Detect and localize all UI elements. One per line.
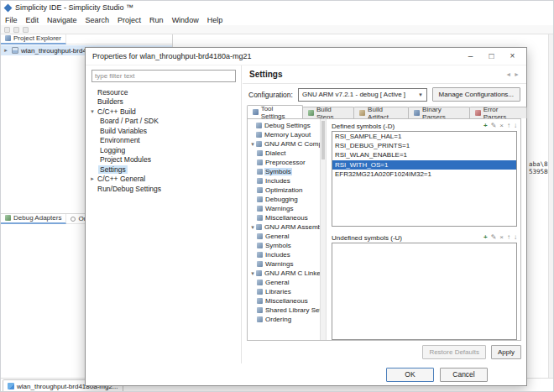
tree-scrollbar[interactable] (320, 119, 327, 340)
delete-symbol-icon[interactable] (499, 123, 504, 129)
tool-item-assembler[interactable]: GNU ARM Assembler (248, 222, 320, 232)
expander-icon[interactable] (89, 175, 96, 182)
tool-item-includes[interactable]: Includes (248, 176, 320, 186)
tool-item-link-general[interactable]: General (248, 278, 320, 287)
wrench-icon (257, 159, 263, 165)
menu-project[interactable]: Project (113, 16, 145, 24)
tab-error-parsers[interactable]: Error Parsers (469, 107, 527, 118)
tool-item-libraries[interactable]: Libraries (248, 287, 320, 296)
properties-nav-panel: Resource Builders C/C++ Build Board / Pa… (86, 65, 242, 363)
nav-item-cpp-general[interactable]: C/C++ General (86, 175, 241, 185)
tab-build-steps[interactable]: Build Steps (302, 107, 354, 118)
menu-run[interactable]: Run (145, 16, 168, 24)
scrollbar-thumb[interactable] (321, 121, 325, 159)
nav-forward-icon[interactable]: ► (514, 71, 520, 77)
tool-item-asm-includes[interactable]: Includes (248, 250, 320, 259)
nav-item-board-part-sdk[interactable]: Board / Part / SDK (86, 117, 241, 127)
edit-symbol-icon[interactable] (491, 234, 497, 241)
tool-item-preprocessor[interactable]: Preprocessor (248, 158, 320, 167)
assembler-icon (256, 224, 262, 230)
project-explorer-icon (5, 35, 11, 41)
tool-item-dialect[interactable]: Dialect (248, 149, 320, 158)
move-up-icon[interactable] (507, 234, 510, 241)
minimize-icon[interactable]: – (460, 48, 481, 65)
add-symbol-icon[interactable] (483, 123, 488, 129)
tool-item-shared-library[interactable]: Shared Library Settings (248, 306, 320, 315)
explorer-tab-row: Project Explorer (1, 34, 172, 44)
expander-icon[interactable] (249, 224, 256, 231)
tool-item-asm-warnings[interactable]: Warnings (248, 259, 320, 269)
nav-item-project-modules[interactable]: Project Modules (86, 155, 241, 165)
tool-item-warnings[interactable]: Warnings (248, 204, 320, 213)
manage-configurations-button[interactable]: Manage Configurations... (432, 87, 520, 102)
tab-tool-settings[interactable]: Tool Settings (247, 105, 303, 118)
delete-symbol-icon[interactable] (499, 234, 504, 241)
menu-window[interactable]: Window (168, 16, 203, 24)
nav-item-environment[interactable]: Environment (86, 136, 241, 146)
artifact-icon (359, 110, 365, 116)
move-up-icon[interactable] (507, 123, 510, 129)
toolbar-save-icon[interactable] (4, 27, 10, 33)
maximize-icon[interactable]: □ (481, 48, 502, 65)
configuration-select[interactable]: GNU ARM v7.2.1 - debug [ Active ] (298, 88, 427, 102)
tool-item-debug-settings[interactable]: Debug Settings (248, 121, 320, 130)
settings-page: Settings ◄ ► Configuration: GNU ARM v7.2… (243, 65, 526, 363)
linker-icon (256, 270, 262, 276)
menu-edit[interactable]: Edit (22, 16, 44, 24)
symbol-row-selected[interactable]: RSI_WITH_OS=1 (332, 160, 516, 170)
wrench-icon (257, 196, 263, 202)
move-down-icon[interactable] (514, 123, 517, 129)
symbol-row[interactable]: RSI_WLAN_ENABLE=1 (332, 150, 516, 159)
menu-navigate[interactable]: Navigate (43, 16, 81, 24)
tool-item-link-misc[interactable]: Miscellaneous (248, 296, 320, 306)
nav-item-cpp-build[interactable]: C/C++ Build (86, 107, 241, 117)
expander-icon[interactable] (89, 108, 96, 115)
configuration-label: Configuration: (248, 91, 293, 99)
close-icon[interactable]: × (502, 48, 523, 65)
restore-defaults-button[interactable]: Restore Defaults (422, 345, 486, 359)
nav-item-resource[interactable]: Resource (86, 87, 241, 97)
tool-item-c-linker[interactable]: GNU ARM C Linker (248, 269, 320, 278)
tool-settings-tree: Debug Settings Memory Layout GNU ARM C C… (248, 119, 320, 340)
tab-project-explorer[interactable]: Project Explorer (1, 34, 66, 44)
move-down-icon[interactable] (514, 234, 517, 241)
nav-item-builders[interactable]: Builders (86, 97, 241, 107)
symbol-row[interactable]: RSI_DEBUG_PRINTS=1 (332, 141, 516, 150)
defined-symbols-label: Defined symbols (-D) (332, 123, 395, 130)
tab-build-artifact[interactable]: Build Artifact (353, 107, 409, 118)
tab-binary-parsers[interactable]: Binary Parsers (408, 107, 470, 118)
toolbar-build-icon[interactable] (13, 27, 19, 33)
menu-file[interactable]: File (1, 16, 22, 24)
menu-search[interactable]: Search (81, 16, 114, 24)
symbol-row[interactable]: RSI_SAMPLE_HAL=1 (332, 132, 516, 141)
expander-icon[interactable] (249, 270, 256, 277)
tool-item-asm-symbols[interactable]: Symbols (248, 241, 320, 250)
nav-item-build-variables[interactable]: Build Variables (86, 126, 241, 136)
expander-icon[interactable] (3, 47, 9, 54)
tool-item-debugging[interactable]: Debugging (248, 195, 320, 204)
tool-item-asm-general[interactable]: General (248, 232, 320, 241)
tab-debug-adapters[interactable]: Debug Adapters (1, 214, 66, 224)
nav-item-settings[interactable]: Settings (86, 165, 241, 175)
symbol-row[interactable]: EFR32MG21A020F1024IM32=1 (332, 170, 516, 179)
add-symbol-icon[interactable] (483, 234, 488, 241)
edit-symbol-icon[interactable] (491, 123, 497, 129)
tool-item-ordering[interactable]: Ordering (248, 315, 320, 324)
tool-item-miscellaneous[interactable]: Miscellaneous (248, 213, 320, 222)
expander-icon[interactable] (249, 141, 256, 148)
nav-back-icon[interactable]: ◄ (505, 71, 511, 77)
apply-button[interactable]: Apply (491, 345, 521, 359)
ok-button[interactable]: OK (386, 368, 434, 382)
toolbar-debug-icon[interactable] (23, 27, 29, 33)
nav-item-logging[interactable]: Logging (86, 145, 241, 155)
tool-item-c-compiler[interactable]: GNU ARM C Compiler (248, 139, 320, 149)
cancel-button[interactable]: Cancel (440, 368, 488, 382)
nav-item-run-debug-settings[interactable]: Run/Debug Settings (86, 184, 241, 194)
tool-item-symbols[interactable]: Symbols (248, 167, 320, 176)
tool-item-optimization[interactable]: Optimization (248, 186, 320, 195)
defined-symbols-toolbar (483, 123, 517, 129)
editor-scrollbar[interactable] (548, 34, 553, 379)
menu-help[interactable]: Help (203, 16, 227, 24)
tool-item-memory-layout[interactable]: Memory Layout (248, 130, 320, 139)
filter-input[interactable] (91, 70, 236, 82)
